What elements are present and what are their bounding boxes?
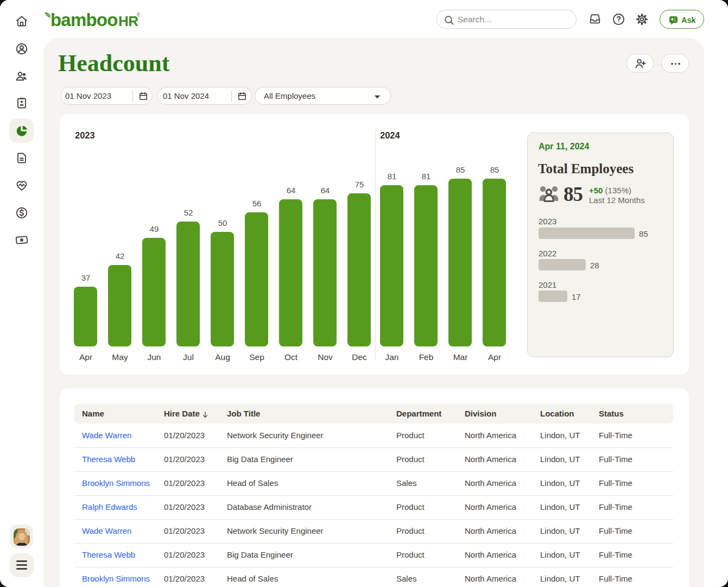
svg-text:bamboo: bamboo [50,10,118,29]
svg-text:HR: HR [118,13,138,29]
svg-text:®: ® [137,12,140,18]
